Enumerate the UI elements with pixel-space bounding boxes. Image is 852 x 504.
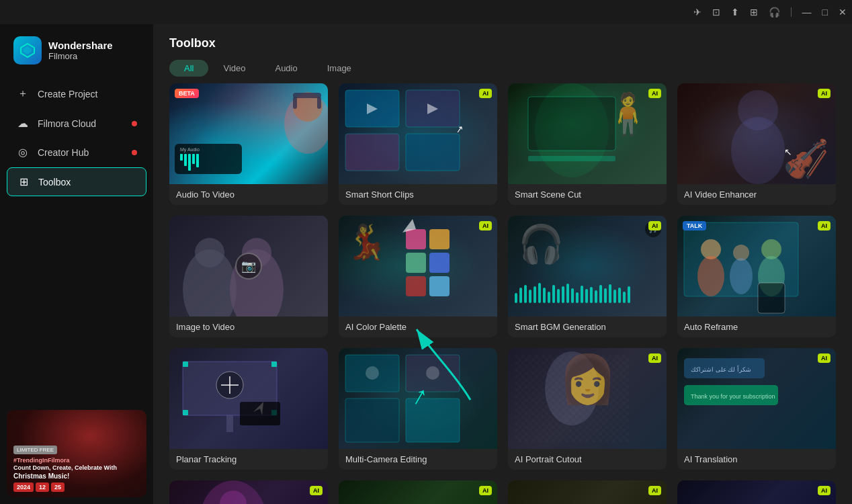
grid-icon[interactable]: ⊞ [750, 7, 758, 17]
ai-badge-row4-4: AI [818, 486, 830, 495]
tools-grid-container: BETA My Aud [153, 83, 852, 504]
tool-card-ai-translation[interactable]: AI شكراً لك على اشتراكك Thank you for yo… [677, 348, 836, 470]
tool-card-audio-to-video[interactable]: BETA My Aud [169, 83, 328, 205]
logo-subtitle: Filmora [48, 51, 113, 61]
svg-rect-66 [183, 362, 188, 367]
sidebar-item-filmora-cloud[interactable]: ☁ Filmora Cloud [7, 110, 146, 137]
tool-label-planar-tracking: Planar Tracking [169, 449, 328, 470]
sidebar-item-create-project[interactable]: ＋ Create Project [7, 79, 146, 108]
svg-rect-48 [604, 288, 607, 303]
promo-tag-text: #TrendingInFilmora [13, 457, 70, 464]
svg-point-78 [426, 366, 439, 380]
creator-hub-label: Creator Hub [38, 147, 89, 158]
share-icon[interactable]: ✈ [693, 7, 701, 17]
content-header: Toolbox All Video Audio Image [153, 24, 852, 83]
tool-card-multi-camera-editing[interactable]: ↑ Multi-Camera Editing [339, 348, 497, 470]
promo-year: 2024 [13, 482, 34, 492]
card-deco-color-palette: 💃 [339, 216, 497, 317]
svg-rect-43 [581, 286, 583, 303]
svg-rect-46 [595, 290, 597, 303]
tool-label-smart-bgm-generation: Smart BGM Generation [508, 317, 667, 337]
promo-month: 12 [36, 482, 49, 492]
svg-text:شكراً لك على اشتراكك: شكراً لك على اشتراكك [691, 365, 751, 374]
ai-badge-row4-1: AI [310, 486, 323, 495]
tool-card-ai-portrait-cutout[interactable]: AI [508, 348, 667, 470]
tool-card-smart-bgm-generation[interactable]: AI 🎧 [508, 216, 667, 337]
svg-rect-4 [293, 97, 297, 109]
filmora-cloud-dot [132, 121, 137, 126]
svg-rect-37 [552, 285, 555, 303]
filter-all[interactable]: All [169, 60, 208, 77]
maximize-button[interactable]: □ [822, 7, 828, 17]
filter-image[interactable]: Image [312, 60, 366, 77]
tool-thumb-ai-color-palette: AI [339, 216, 497, 317]
minimize-button[interactable]: — [802, 7, 812, 17]
card-deco-image-video: 📷 [169, 216, 328, 317]
upload-icon[interactable]: ⬆ [731, 7, 739, 17]
svg-rect-61 [758, 283, 785, 313]
tools-grid: BETA My Aud [169, 83, 836, 504]
beta-badge: BETA [175, 89, 199, 98]
tool-thumb-smart-short-clips: AI [339, 83, 497, 184]
sidebar: Wondershare Filmora ＋ Create Project ☁ F… [0, 24, 153, 504]
creator-hub-icon: ◎ [16, 146, 30, 159]
card-deco-row4-1 [169, 480, 328, 504]
tool-card-row4-2[interactable]: AI [339, 480, 497, 504]
svg-rect-30 [519, 288, 522, 303]
svg-point-58 [730, 258, 753, 294]
tool-thumb-multi-camera-editing: ↑ [339, 348, 497, 449]
tool-thumb-row4-3: AI [508, 480, 667, 504]
separator [791, 7, 792, 17]
tool-label-ai-video-enhancer: AI Video Enhancer [677, 184, 836, 205]
svg-marker-1 [24, 46, 32, 54]
tool-label-image-to-video: Image to Video [169, 317, 328, 337]
svg-rect-52 [623, 292, 626, 303]
promo-dates: 2024 12 25 [13, 482, 140, 492]
tool-thumb-ai-video-enhancer: AI 🎻 ↖ [677, 83, 836, 184]
svg-rect-36 [548, 292, 550, 303]
tool-label-ai-portrait-cutout: AI Portrait Cutout [508, 449, 667, 470]
toolbox-icon: ⊞ [17, 175, 30, 188]
tool-card-smart-scene-cut[interactable]: AI 🧍 Smart [508, 83, 667, 205]
svg-rect-67 [271, 362, 277, 367]
filmora-cloud-label: Filmora Cloud [38, 118, 96, 129]
cast-icon[interactable]: ⊡ [712, 7, 720, 17]
tool-label-ai-translation: AI Translation [677, 449, 836, 470]
tool-label-smart-short-clips: Smart Short Clips [339, 184, 497, 205]
ai-badge-short-clips: AI [479, 89, 492, 98]
tool-thumb-image-to-video: 📷 [169, 216, 328, 317]
filter-video[interactable]: Video [208, 60, 260, 77]
sidebar-nav: ＋ Create Project ☁ Filmora Cloud ◎ Creat… [0, 79, 153, 196]
tool-thumb-ai-translation: AI شكراً لك على اشتراكك Thank you for yo… [677, 348, 836, 449]
tool-card-ai-color-palette[interactable]: AI [339, 216, 497, 337]
card-deco-bgm: 🎧 [508, 216, 667, 317]
main-content: Toolbox All Video Audio Image BETA [153, 24, 852, 504]
tool-card-planar-tracking[interactable]: Planar Tracking [169, 348, 328, 470]
close-button[interactable]: ✕ [839, 7, 847, 17]
promo-title-text: Count Down, Create, Celebrate With [13, 464, 140, 472]
tool-card-image-to-video[interactable]: 📷 Image to Video [169, 216, 328, 337]
svg-rect-72 [240, 402, 280, 425]
tool-thumb-row4-2: AI [339, 480, 497, 504]
sidebar-item-toolbox[interactable]: ⊞ Toolbox [7, 167, 146, 196]
svg-rect-26 [406, 276, 426, 296]
create-project-icon: ＋ [16, 87, 30, 101]
tool-card-row4-1[interactable]: AI [169, 480, 328, 504]
sidebar-item-creator-hub[interactable]: ◎ Creator Hub [7, 138, 146, 166]
svg-point-56 [697, 256, 724, 296]
filmora-cloud-icon: ☁ [16, 117, 30, 130]
promo-hashtag: #TrendingInFilmora [13, 457, 140, 465]
headphone-icon[interactable]: 🎧 [769, 7, 780, 17]
filter-audio[interactable]: Audio [260, 60, 312, 77]
promo-card[interactable]: LIMITED FREE #TrendingInFilmora Count Do… [7, 410, 146, 497]
svg-text:Thank you for your subscriptio: Thank you for your subscription [691, 393, 775, 400]
svg-rect-10 [406, 134, 460, 171]
tool-card-row4-4[interactable]: AI [677, 480, 836, 504]
tool-card-auto-reframe[interactable]: AI TALK [677, 216, 836, 337]
ai-badge-translation: AI [818, 353, 830, 363]
tool-thumb-auto-reframe: AI TALK [677, 216, 836, 317]
tool-card-row4-3[interactable]: AI [508, 480, 667, 504]
tool-card-smart-short-clips[interactable]: AI [339, 83, 497, 205]
tool-card-ai-video-enhancer[interactable]: AI 🎻 ↖ AI Video Enhancer [677, 83, 836, 205]
promo-day: 25 [51, 482, 65, 492]
